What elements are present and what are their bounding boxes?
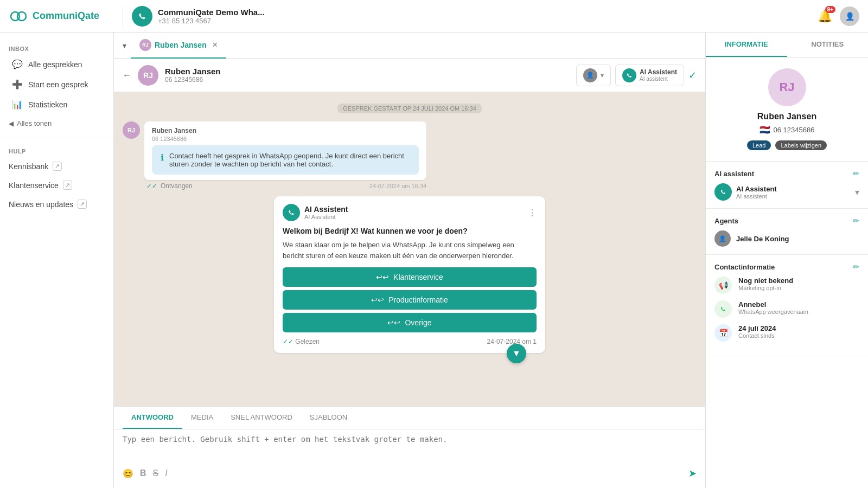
info-banner-text: Contact heeft het gesprek in WhatsApp ge… [169, 152, 410, 168]
reply-label-3: Overige [405, 318, 431, 327]
contact-info-row-2: Annebel WhatsApp weergavenaam [714, 300, 859, 318]
sidebar-section-hulp: HULP [0, 144, 113, 157]
more-options-button[interactable]: ⋮ [528, 208, 537, 218]
tab-avatar: RJ [139, 39, 151, 51]
rp-ai-name: AI Assistent [736, 185, 777, 193]
italic-icon[interactable]: I [165, 468, 167, 478]
topbar-right: 🔔 9+ 👤 [818, 7, 859, 26]
send-button[interactable]: ➤ [688, 467, 697, 479]
sidebar-item-start[interactable]: ➕ Start een gesprek [3, 74, 110, 94]
rp-contact-title: Contactinformatie [714, 263, 775, 271]
rp-ai-edit-button[interactable]: ✏ [853, 169, 859, 178]
sidebar-label-alles: Alles tonen [17, 119, 52, 127]
rp-agent-row: 👤 Jelle De Koning [714, 230, 859, 247]
nieuws-label: Nieuws en updates [9, 200, 73, 209]
rp-agent-name: Jelle De Koning [736, 235, 789, 243]
quick-reply-klantenservice[interactable]: ↩↩ Klantenservice [283, 267, 537, 287]
input-toolbar: 😊 B S I ➤ [123, 464, 697, 483]
contact-info-row-1: 📢 Nog niet bekend Marketing opt-in [714, 277, 859, 294]
bold-icon[interactable]: B [140, 468, 146, 478]
contact-info-text-2: Annebel WhatsApp weergavenaam [738, 300, 808, 315]
contact-tags: Lead Labels wijzigen [747, 140, 827, 150]
contact-big-avatar: RJ [768, 68, 806, 106]
reply-label-2: Productinformatie [388, 296, 448, 304]
tag-labels-button[interactable]: Labels wijzigen [775, 140, 827, 150]
message-bubble-info: Ruben Jansen 06 12345686 ℹ Contact heeft… [144, 121, 426, 180]
rp-agent-avatar: 👤 [714, 230, 731, 247]
read-icon: ✓✓ [283, 338, 293, 345]
rp-ai-row: AI Assistent AI assistent ▾ [714, 183, 859, 201]
user-avatar[interactable]: 👤 [840, 7, 859, 26]
back-button[interactable]: ← [123, 70, 131, 80]
input-tab-sjabloon[interactable]: SJABLOON [301, 407, 356, 429]
status-row: ✓✓ Ontvangen 24-07-2024 om 16:34 [144, 182, 426, 190]
rp-ai-info: AI Assistent AI assistent [714, 183, 777, 201]
sidebar-item-nieuws[interactable]: Nieuws en updates ↗ [0, 195, 113, 214]
sidebar-label-stats: Statistieken [28, 100, 67, 109]
ai-card-sender: AI Assistent AI Assistent [283, 204, 348, 221]
message-input[interactable] [123, 435, 697, 462]
klantenservice-label: Klantenservice [9, 181, 59, 190]
contact-info-sublabel-1: Marketing opt-in [738, 285, 793, 291]
quick-reply-productinfo[interactable]: ↩↩ Productinformatie [283, 290, 537, 310]
ai-icon [622, 68, 636, 82]
agent-selector[interactable]: 👤 ▾ [576, 65, 611, 86]
status-timestamp: 24-07-2024 om 16:34 [369, 183, 426, 189]
rp-ai-chevron[interactable]: ▾ [855, 187, 859, 197]
reply-label-1: Klantenservice [393, 273, 443, 281]
ai-selector[interactable]: AI Assistent AI assistent [615, 65, 684, 86]
info-banner: ℹ Contact heeft het gesprek in WhatsApp … [152, 145, 419, 175]
chat-divider: GESPREK GESTART OP 24 JULI 2024 OM 16:34 [337, 104, 482, 113]
calendar-icon: 📅 [714, 324, 732, 342]
contact-name: Ruben Jansen [757, 112, 816, 121]
agent-avatar-small: 👤 [583, 68, 597, 82]
channel-avatar [132, 6, 152, 27]
input-tab-antwoord[interactable]: ANTWOORD [123, 407, 182, 429]
sidebar-item-kennisbank[interactable]: Kennisbank ↗ [0, 157, 113, 176]
channel-name: CommuniQate Demo Wha... [158, 8, 265, 17]
right-tab-notes[interactable]: NOTITIES [787, 33, 869, 57]
tab-close-button[interactable]: ✕ [212, 41, 218, 49]
ai-card-name: AI Assistent [304, 205, 348, 214]
marketing-optin-icon: 📢 [714, 277, 732, 294]
sidebar-item-alles[interactable]: ◀ Alles tonen [0, 114, 113, 132]
contact-info-text-1: Nog niet bekend Marketing opt-in [738, 277, 793, 291]
emoji-icon[interactable]: 😊 [123, 468, 133, 479]
reply-icon-2: ↩↩ [371, 296, 384, 304]
rp-section-contact: Contactinformatie ✏ 📢 Nog niet bekend Ma… [706, 255, 868, 356]
notification-button[interactable]: 🔔 9+ [818, 9, 832, 23]
chat-header: ← RJ Ruben Jansen 06 12345686 👤 ▾ AI Ass… [114, 59, 705, 92]
ai-selector-name: AI Assistent [640, 68, 677, 76]
contact-info-label-3: 24 juli 2024 [738, 324, 776, 332]
sidebar-label-alle: Alle gesprekken [28, 60, 82, 69]
rp-contact-edit-button[interactable]: ✏ [853, 262, 859, 271]
contact-info-sublabel-2: WhatsApp weergavenaam [738, 309, 808, 315]
message-sender-name: Ruben Jansen [152, 127, 419, 134]
check-button[interactable]: ✓ [688, 69, 697, 81]
rp-agents-edit-button[interactable]: ✏ [853, 216, 859, 225]
message-sender-phone: 06 12345686 [152, 136, 419, 142]
chat-header-phone: 06 12345686 [165, 76, 570, 84]
messages-area[interactable]: GESPREK GESTART OP 24 JULI 2024 OM 16:34… [114, 92, 705, 406]
reply-icon-3: ↩↩ [387, 318, 400, 327]
channel-number: +31 85 123 4567 [158, 17, 265, 25]
topbar: CommuniQate CommuniQate Demo Wha... +31 … [0, 0, 868, 33]
tab-toggle-button[interactable]: ▾ [118, 37, 131, 54]
quick-reply-overige[interactable]: ↩↩ Overige [283, 313, 537, 332]
svg-rect-0 [9, 7, 28, 26]
sidebar-item-klantenservice[interactable]: Klantenservice ↗ [0, 176, 113, 195]
input-tab-snel[interactable]: SNEL ANTWOORD [222, 407, 301, 429]
sidebar-item-alle[interactable]: 💬 Alle gesprekken [3, 54, 110, 74]
tab-ruben-jansen[interactable]: RJ Ruben Jansen ✕ [131, 33, 226, 59]
status-label: Ontvangen [161, 182, 193, 190]
input-tab-media[interactable]: MEDIA [182, 407, 222, 429]
chat-icon: 💬 [12, 59, 23, 69]
scroll-to-bottom-button[interactable]: ▼ [507, 344, 526, 363]
sidebar-item-stats[interactable]: 📊 Statistieken [3, 94, 110, 114]
strikethrough-icon[interactable]: S [153, 468, 159, 478]
ai-selector-sub: AI assistent [640, 76, 677, 82]
external-link-icon-3: ↗ [78, 200, 87, 209]
right-panel-tabs: INFORMATIE NOTITIES [706, 33, 868, 57]
right-tab-info[interactable]: INFORMATIE [706, 33, 787, 57]
rp-agents-title: Agents [714, 217, 738, 225]
